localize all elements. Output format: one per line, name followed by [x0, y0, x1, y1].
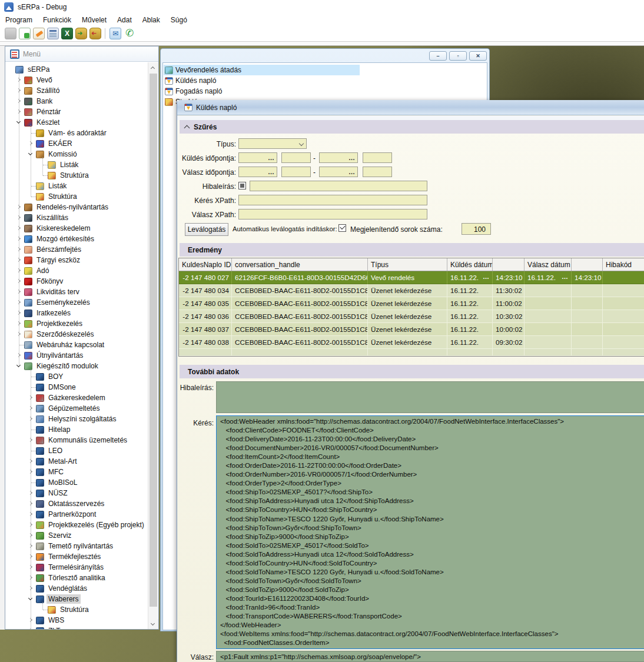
phone-icon[interactable]: ✆: [124, 28, 135, 39]
tree-item-mfc[interactable]: MFC: [6, 467, 148, 477]
tree-expander-icon[interactable]: [16, 362, 23, 370]
table-row[interactable]: -2 147 480 02762126FCF-B6B0-E611-80D3-00…: [179, 271, 644, 284]
date-picker-dots-icon[interactable]: …: [483, 273, 490, 280]
scroll-down-icon[interactable]: [148, 619, 158, 629]
collapse-icon[interactable]: [184, 125, 190, 131]
tree-item-kommun-lis-zemeltet-s[interactable]: Kommunális üzemeltetés: [6, 435, 148, 445]
tree-item-helysz-ni-szolg-ltat-s[interactable]: Helyszíni szolgáltatás: [6, 414, 148, 424]
scroll-up-icon[interactable]: [148, 62, 158, 72]
menu-adat[interactable]: Adat: [112, 14, 137, 26]
tree-item-likvidit-s-terv[interactable]: Likviditás terv: [6, 287, 148, 297]
tree-item-zlt[interactable]: ZLT: [6, 626, 148, 629]
tree-item-strukt-ra[interactable]: Struktúra: [6, 604, 148, 615]
tree-item-dmsone[interactable]: DMSone: [6, 382, 148, 392]
tree-item-leo[interactable]: LEO: [6, 445, 148, 456]
excel-export-icon[interactable]: X: [61, 28, 73, 39]
kuldes-to-date-field[interactable]: …: [319, 152, 358, 163]
column-header[interactable]: [572, 258, 603, 271]
tree-expander-icon[interactable]: [28, 521, 35, 528]
hibaleiras-filter-input[interactable]: [250, 181, 427, 191]
tree-expander-icon[interactable]: [28, 617, 35, 624]
tree-item-f-k-nyv[interactable]: Főkönyv: [6, 276, 148, 287]
tree-item-k-szlet[interactable]: Készlet: [6, 117, 148, 128]
levalogatas-button[interactable]: Leválogatás: [185, 223, 228, 236]
tree-item-strukt-ra[interactable]: Struktúra: [6, 191, 148, 202]
tree-item-web-ruh-z-kapcsolat[interactable]: Webáruház kapcsolat: [6, 340, 148, 350]
menu-ablak[interactable]: Ablak: [137, 14, 165, 26]
tree-item-waberers[interactable]: Waberers: [6, 594, 148, 604]
tree-item-metal-art[interactable]: Metal-Art: [6, 456, 148, 467]
tree-item-partnerk-zpont[interactable]: Partnerközpont: [6, 509, 148, 520]
tree-item-ek-er[interactable]: EKÁER: [6, 138, 148, 149]
tree-item-mozg-rt-kes-t-s[interactable]: Mozgó értékesítés: [6, 234, 148, 244]
tree-expander-icon[interactable]: [28, 458, 35, 465]
tree-expander-icon[interactable]: [16, 288, 23, 295]
tree-expander-icon[interactable]: [16, 299, 23, 306]
tree-expander-icon[interactable]: [16, 331, 23, 338]
valasz-textarea[interactable]: <p1:Fault xmlns:p1="http://schemas.xmlso…: [216, 651, 644, 662]
tree-expander-icon[interactable]: [28, 532, 35, 539]
date-picker-dots-icon[interactable]: …: [562, 273, 569, 280]
rows-count-field[interactable]: 100: [462, 223, 491, 235]
import-page-icon[interactable]: [19, 28, 31, 39]
tree-item-termel-sir-ny-t-s[interactable]: Termelésirányítás: [6, 562, 148, 573]
tree-expander-icon[interactable]: [28, 140, 35, 147]
tree-item-projektkezel-s[interactable]: Projektkezelés: [6, 318, 148, 329]
menu-súgó[interactable]: Súgó: [165, 14, 192, 26]
tree-item-t-rleszt-analitika[interactable]: Törlesztő analitika: [6, 573, 148, 583]
details-section-header[interactable]: További adatok: [180, 365, 644, 378]
minimize-button[interactable]: –: [429, 51, 447, 61]
tree-item-list-k[interactable]: Listák: [6, 181, 148, 191]
tree-expander-icon[interactable]: [28, 564, 35, 571]
column-header[interactable]: Válasz dátum: [525, 258, 572, 271]
tree-item-kiskereskedelem[interactable]: Kiskereskedelem: [6, 223, 148, 234]
tree-item-list-k[interactable]: Listák: [6, 159, 148, 170]
table-row[interactable]: -2 147 480 038CCEB0BED-BAAC-E611-80D2-00…: [179, 336, 644, 349]
tree-expander-icon[interactable]: [16, 87, 23, 94]
hibaleiras-checkbox[interactable]: [238, 182, 246, 189]
tree-expander-icon[interactable]: [28, 574, 35, 581]
tree-item-b-rsz-mfejt-s[interactable]: Bérszámfejtés: [6, 244, 148, 255]
column-header[interactable]: [493, 258, 525, 271]
tree-expander-icon[interactable]: [16, 267, 23, 274]
tree-expander-icon[interactable]: [28, 500, 35, 507]
list-item-vev-rendel-s-tad-s[interactable]: Vevőrendelés átadás: [164, 65, 360, 75]
tree-expander-icon[interactable]: [28, 415, 35, 423]
tree-item-ad-[interactable]: Adó: [6, 265, 148, 276]
print-icon[interactable]: [5, 28, 16, 39]
tree-expander-icon[interactable]: [28, 553, 35, 560]
filter-section-header[interactable]: Szűrés: [180, 120, 644, 134]
tree-expander-icon[interactable]: [28, 543, 35, 550]
tree-expander-icon[interactable]: [16, 320, 23, 327]
tree-item-strukt-ra[interactable]: Struktúra: [6, 170, 148, 181]
valasz-to-time-field[interactable]: [363, 167, 392, 177]
tree-expander-icon[interactable]: [16, 204, 23, 211]
tree-item-kieg-sz-t-modulok[interactable]: Kiegészítő modulok: [6, 361, 148, 371]
hibaleiras-textarea[interactable]: [216, 381, 644, 413]
kuldes-from-date-field[interactable]: …: [238, 152, 277, 163]
database-rollback-icon[interactable]: [89, 28, 101, 39]
tree-item-term-kfejleszt-s[interactable]: Termékfejlesztés: [6, 551, 148, 562]
kuldes-to-time-field[interactable]: [363, 152, 392, 163]
auto-checkbox[interactable]: [338, 224, 346, 232]
tree-expander-icon[interactable]: [16, 278, 23, 285]
tree-item-projektkezel-s-egy-b-projekt-[interactable]: Projektkezelés (Egyéb projekt): [6, 520, 148, 530]
tree-item-bank[interactable]: Bank: [6, 96, 148, 107]
tree-item-boy[interactable]: BOY: [6, 371, 148, 382]
tree-item--tnyilv-ntart-s[interactable]: Útnyilvántartás: [6, 350, 148, 361]
tree-expander-icon[interactable]: [16, 225, 23, 232]
tree-item-n-sz[interactable]: NÜSZ: [6, 488, 148, 498]
tree-item-mobisol[interactable]: MoBISoL: [6, 477, 148, 488]
calculator-icon[interactable]: [47, 28, 59, 39]
tree-expander-icon[interactable]: [16, 119, 23, 126]
tree-expander-icon[interactable]: [28, 585, 35, 592]
menu-program[interactable]: Program: [0, 14, 38, 26]
tipus-combobox[interactable]: [238, 138, 307, 149]
result-section-header[interactable]: Eredmény: [180, 243, 644, 257]
column-header[interactable]: Küldés dátum: [447, 258, 493, 271]
tree-item-vend-gl-t-s[interactable]: Vendéglátás: [6, 583, 148, 594]
tree-expander-icon[interactable]: [16, 108, 23, 115]
keres-xpath-input[interactable]: [238, 195, 427, 205]
tree-expander-icon[interactable]: [16, 352, 23, 359]
tree-item-wbs[interactable]: WBS: [6, 615, 148, 626]
